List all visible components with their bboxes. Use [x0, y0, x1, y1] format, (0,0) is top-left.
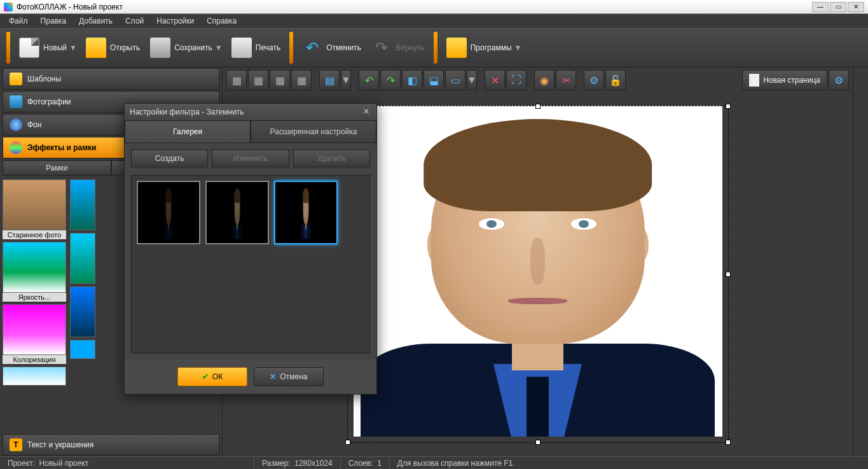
minimize-button[interactable]: —	[812, 2, 829, 12]
effect-thumb[interactable]: Старинное фото	[3, 179, 66, 239]
layer-forward-button[interactable]: ▦	[248, 70, 268, 90]
crop-button[interactable]: ⛶	[506, 70, 527, 90]
resize-handle[interactable]	[726, 104, 731, 109]
align-dropdown[interactable]: ▼	[341, 70, 351, 90]
effect-thumb[interactable]	[70, 340, 95, 359]
delete-button[interactable]: Удалить	[293, 150, 370, 167]
menu-add[interactable]: Добавить	[72, 15, 119, 27]
close-icon: ✕	[270, 372, 276, 381]
tab-advanced[interactable]: Расширенная настройка	[251, 120, 376, 143]
align-button[interactable]: ▤	[319, 70, 340, 90]
dropdown-icon[interactable]: ▼	[215, 43, 221, 52]
dialog-title: Настройки фильтра - Затемнить	[130, 108, 244, 116]
effect-thumb[interactable]: Яркость...	[3, 242, 66, 302]
status-size: Размер: 1280x1024	[254, 457, 341, 469]
canvas-page[interactable]	[354, 106, 722, 437]
tab-gallery[interactable]: Галерея	[125, 120, 251, 143]
programs-button[interactable]: Программы▼	[441, 35, 526, 60]
toolbar-separator	[6, 32, 10, 64]
new-page-button[interactable]: Новая страница	[742, 70, 827, 90]
effect-thumb[interactable]: Колоризация	[3, 304, 66, 364]
status-project: Проект: Новый проект	[0, 457, 254, 469]
color-button[interactable]: ◉	[534, 70, 555, 90]
undo-icon: ↶	[302, 38, 322, 58]
photo-icon	[10, 95, 22, 108]
palette-icon	[10, 141, 22, 154]
layer-front-button[interactable]: ▦	[226, 70, 247, 90]
accordion-templates[interactable]: Шаблоны	[3, 68, 219, 90]
resize-handle[interactable]	[345, 440, 350, 445]
page-settings-button[interactable]: ⚙	[829, 70, 849, 90]
redo-icon: ↷	[371, 38, 392, 58]
folder-icon	[86, 38, 106, 58]
text-icon: T	[10, 438, 22, 451]
titlebar: ФотоКОЛЛАЖ - Новый проект — ▭ ✕	[0, 0, 868, 14]
maximize-button[interactable]: ▭	[830, 2, 846, 12]
toolbar-separator	[289, 32, 293, 64]
cut-button[interactable]: ✂	[556, 70, 576, 90]
dropdown-icon[interactable]: ▼	[514, 43, 521, 52]
box-icon	[446, 38, 467, 58]
save-button[interactable]: Сохранить▼	[145, 35, 226, 60]
dialog-close-button[interactable]: ✕	[361, 107, 371, 117]
accordion-text[interactable]: TТекст и украшения	[3, 434, 219, 456]
dropdown-icon[interactable]: ▼	[69, 43, 76, 52]
layer-back-button[interactable]: ▦	[291, 70, 312, 90]
window-title: ФотоКОЛЛАЖ - Новый проект	[17, 3, 123, 11]
print-icon	[231, 38, 252, 58]
create-button[interactable]: Создать	[131, 150, 208, 167]
resize-handle[interactable]	[726, 272, 731, 277]
right-strip	[853, 67, 868, 456]
layer-backward-button[interactable]: ▦	[270, 70, 290, 90]
preset-thumb[interactable]	[274, 181, 338, 244]
new-icon	[19, 38, 39, 58]
toolbar-separator	[434, 32, 437, 64]
fit-button[interactable]: ▭	[445, 70, 465, 90]
main-toolbar: Новый▼ Открыть Сохранить▼ Печать ↶Отмени…	[0, 28, 868, 67]
save-icon	[150, 38, 170, 58]
redo-button[interactable]: ↷Вернуть	[366, 35, 430, 60]
canvas-toolbar: ▦ ▦ ▦ ▦ ▤ ▼ ↶ ↷ ◧ ⬓ ▭ ▼ ✕ ⛶ ◉	[223, 67, 853, 93]
dialog-titlebar[interactable]: Настройки фильтра - Затемнить ✕	[125, 104, 376, 120]
effect-thumb[interactable]	[70, 179, 95, 230]
rotate-right-button[interactable]: ↷	[380, 70, 401, 90]
selection-box[interactable]	[347, 106, 729, 443]
lock-button[interactable]: 🔓	[605, 70, 626, 90]
open-button[interactable]: Открыть	[81, 35, 145, 60]
preset-gallery	[131, 175, 370, 353]
app-logo-icon	[4, 3, 13, 11]
undo-button[interactable]: ↶Отменить	[297, 35, 366, 60]
preset-thumb[interactable]	[137, 181, 200, 244]
menu-edit[interactable]: Правка	[34, 15, 73, 27]
fit-dropdown[interactable]: ▼	[467, 70, 477, 90]
edit-button[interactable]: Изменить	[212, 150, 289, 167]
menu-layer[interactable]: Слой	[119, 15, 150, 27]
cancel-button[interactable]: ✕Отмена	[254, 367, 324, 386]
resize-handle[interactable]	[535, 104, 541, 109]
flip-v-button[interactable]: ⬓	[424, 70, 444, 90]
resize-handle[interactable]	[726, 440, 731, 445]
menubar: Файл Правка Добавить Слой Настройки Спра…	[0, 14, 868, 28]
resize-handle[interactable]	[535, 440, 541, 445]
subtab-frames[interactable]: Рамки	[3, 160, 111, 176]
globe-icon	[10, 118, 22, 131]
preset-thumb[interactable]	[205, 181, 269, 244]
star-icon	[10, 73, 22, 85]
statusbar: Проект: Новый проект Размер: 1280x1024 С…	[0, 456, 868, 469]
ok-button[interactable]: ✔ОК	[177, 367, 247, 386]
close-button[interactable]: ✕	[848, 2, 864, 12]
effect-thumb[interactable]	[70, 286, 95, 337]
effect-thumb[interactable]	[70, 233, 95, 284]
menu-help[interactable]: Справка	[200, 15, 243, 27]
status-layers: Слоев: 1	[341, 457, 390, 469]
status-help: Для вызова справки нажмите F1.	[390, 457, 868, 469]
effect-thumb[interactable]	[3, 367, 66, 386]
rotate-left-button[interactable]: ↶	[359, 70, 379, 90]
menu-settings[interactable]: Настройки	[150, 15, 200, 27]
settings-button[interactable]: ⚙	[584, 70, 604, 90]
print-button[interactable]: Печать	[226, 35, 286, 60]
new-button[interactable]: Новый▼	[14, 35, 81, 60]
flip-h-button[interactable]: ◧	[402, 70, 422, 90]
menu-file[interactable]: Файл	[3, 15, 34, 27]
delete-button[interactable]: ✕	[485, 70, 505, 90]
